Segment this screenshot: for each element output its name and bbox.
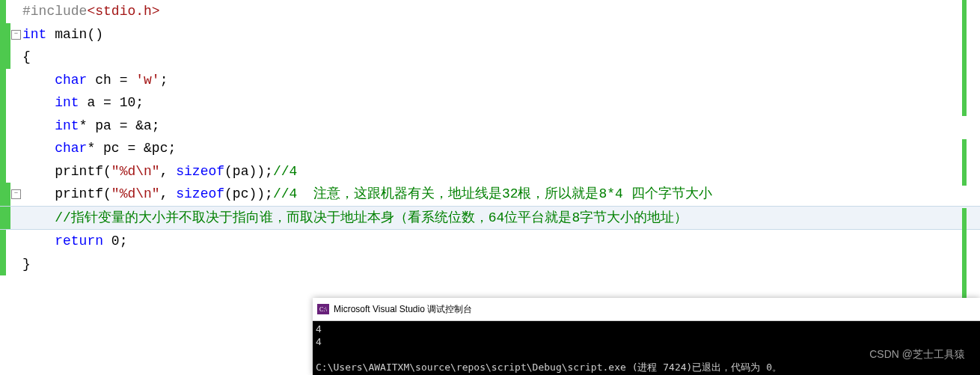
- change-indicator: [962, 208, 967, 298]
- code-editor[interactable]: #include<stdio.h> −int main() { char ch …: [0, 0, 980, 275]
- code-line: {: [0, 46, 980, 69]
- code-line: char ch = 'w';: [0, 69, 980, 92]
- change-indicator: [962, 139, 967, 186]
- collapse-toggle-icon[interactable]: −: [11, 30, 21, 40]
- collapse-toggle-icon[interactable]: −: [11, 189, 21, 199]
- code-line: − printf("%d\n", sizeof(pc));//4 注意，这跟机器…: [0, 183, 980, 206]
- code-line: }: [0, 253, 980, 276]
- include-target: <stdio.h>: [87, 4, 159, 19]
- code-line: #include<stdio.h>: [0, 0, 980, 23]
- preproc-directive: #include: [22, 4, 87, 19]
- code-line: printf("%d\n", sizeof(pa));//4: [0, 160, 980, 183]
- change-indicator: [962, 0, 967, 116]
- watermark-text: CSDN @芝士工具猿: [869, 348, 965, 362]
- console-titlebar[interactable]: C:\ Microsoft Visual Studio 调试控制台: [313, 298, 980, 321]
- code-line: int* pa = &a;: [0, 115, 980, 138]
- vs-console-icon: C:\: [317, 304, 329, 314]
- code-line: −int main(): [0, 23, 980, 46]
- code-line-current: //指针变量的大小并不取决于指向谁，而取决于地址本身（看系统位数，64位平台就是…: [0, 206, 980, 231]
- code-line: int a = 10;: [0, 91, 980, 115]
- debug-console-window[interactable]: C:\ Microsoft Visual Studio 调试控制台 4 4 C:…: [313, 298, 980, 375]
- console-title-text: Microsoft Visual Studio 调试控制台: [334, 303, 472, 316]
- code-line: char* pc = &pc;: [0, 137, 980, 160]
- code-line: return 0;: [0, 230, 980, 253]
